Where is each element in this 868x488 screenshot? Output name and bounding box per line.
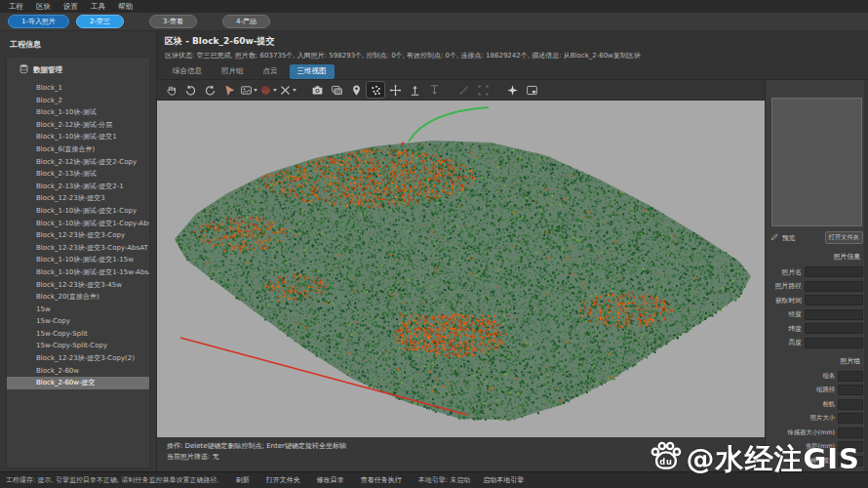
field-label: 组路径 <box>770 386 835 394</box>
field-row: 经度 <box>770 309 863 320</box>
block-item[interactable]: Block_1-10块-测试-提交1-15w-AbsAT <box>7 266 149 279</box>
block-item[interactable]: 15w <box>7 304 149 316</box>
workflow-step-button[interactable]: 4-产品 <box>222 15 270 28</box>
field-input[interactable] <box>805 309 863 320</box>
point-cloud-icon[interactable] <box>367 82 384 98</box>
tab[interactable]: 综合信息 <box>165 64 210 79</box>
block-header: 区块 - Block_2-60w-提交 区块状态: 空三已完成, 照片数: 60… <box>157 31 868 80</box>
block-title: 区块 - Block_2-60w-提交 <box>165 35 860 48</box>
tab[interactable]: 照片组 <box>214 64 252 79</box>
photo-info-fields: 照片名 照片路径 获取时间 <box>770 266 863 348</box>
block-item[interactable]: Block_2-60w-提交 <box>7 377 149 389</box>
snapshot-icon[interactable] <box>523 82 540 98</box>
workflow-step-bar: 1-导入照片2-空三3-查看4-产品 <box>0 13 868 31</box>
block-item[interactable]: Block_1-10块-测试-提交1-15w <box>7 254 149 266</box>
field-label: 照片路径 <box>770 281 802 291</box>
field-input[interactable] <box>838 371 863 382</box>
watermark: du @水经注GIS <box>650 440 860 479</box>
tab[interactable]: 三维视图 <box>290 64 335 79</box>
status-actions: 刷新打开文件夹修改目录查看任务执行 <box>236 475 402 485</box>
field-label: 传感器大小(mm) <box>770 428 835 437</box>
field-input[interactable] <box>838 399 863 410</box>
block-item[interactable]: Block_6(直接合并) <box>7 143 149 156</box>
paw-logo-icon: du <box>650 440 682 479</box>
open-folder-button[interactable]: 打开文件夹 <box>825 231 863 244</box>
block-item[interactable]: Block_1-10块-测试-提交1-Copy-AbsAT <box>7 218 149 230</box>
start-engine-button[interactable]: 启动本地引擎 <box>483 475 524 485</box>
block-item[interactable]: Block_2-60w <box>7 365 149 378</box>
block-item[interactable]: Block_12-23块-提交3-Copy-AbsAT <box>7 242 149 255</box>
field-input[interactable] <box>805 295 863 305</box>
block-item[interactable]: Block_1 <box>7 82 149 95</box>
field-row: 纬度 <box>770 323 863 334</box>
block-content: 区块 - Block_2-60w-提交 区块状态: 空三已完成, 照片数: 60… <box>157 31 868 471</box>
rotate-cw-icon[interactable] <box>201 82 218 98</box>
camera-icon[interactable] <box>308 82 326 98</box>
field-input[interactable] <box>838 413 863 424</box>
block-item[interactable]: Block_2-13块-测试-提交2-1 <box>7 181 149 193</box>
photo-preview <box>771 98 862 226</box>
field-input[interactable] <box>805 281 863 292</box>
block-item[interactable]: Block_12-23块-提交3-45w <box>7 279 149 292</box>
menu-item[interactable]: 帮助 <box>118 2 133 12</box>
block-item[interactable]: Block_2 <box>7 95 149 107</box>
field-input[interactable] <box>838 427 863 438</box>
photo-overlay-icon[interactable] <box>328 82 345 98</box>
workflow-step-button[interactable]: 2-空三 <box>76 15 124 28</box>
panel-scrollbar[interactable] <box>864 80 868 471</box>
menu-item[interactable]: 区块 <box>36 2 51 12</box>
measure-distance-icon[interactable] <box>454 82 472 98</box>
watermark-text: @水经注GIS <box>687 440 860 479</box>
menu-item[interactable]: 设置 <box>63 2 78 12</box>
status-action-link[interactable]: 打开文件夹 <box>266 475 300 485</box>
selection-box-icon[interactable] <box>474 82 492 98</box>
field-label: 经度 <box>770 309 802 319</box>
block-item[interactable]: 15w-Copy-Split <box>7 328 149 341</box>
optimize-icon[interactable] <box>503 82 521 98</box>
tree-root-data-management[interactable]: 数据管理 <box>7 58 149 82</box>
block-item[interactable]: Block_12-23块-提交3-Copy <box>7 229 149 242</box>
block-item[interactable]: Block_1-10块-测试 <box>7 106 149 119</box>
field-input[interactable] <box>805 323 863 334</box>
location-pin-icon[interactable] <box>347 82 365 98</box>
photo-info-title: 照片信息 <box>773 252 860 262</box>
status-action-link[interactable]: 刷新 <box>236 475 250 485</box>
move-icon[interactable] <box>386 82 404 98</box>
block-item[interactable]: Block_12-23块-提交3 <box>7 192 149 205</box>
block-item[interactable]: Block_2-13块-测试 <box>7 168 149 181</box>
app-window: 工程区块设置工具帮助 1-导入照片2-空三3-查看4-产品 工程信息 数据管理 … <box>0 0 868 488</box>
field-input[interactable] <box>838 385 863 395</box>
fly-cursor-icon[interactable] <box>220 82 238 98</box>
data-tree: 数据管理 Block_1Block_2Block_1-10块-测试Block_2… <box>6 57 150 468</box>
menu-item[interactable]: 工具 <box>91 2 105 12</box>
tab[interactable]: 点云 <box>256 64 286 79</box>
drop-icon[interactable] <box>425 82 443 98</box>
field-input[interactable] <box>805 266 863 277</box>
tools-icon[interactable] <box>279 82 296 98</box>
block-item[interactable]: 15w-Copy-Split-Copy <box>7 340 149 352</box>
workflow-step-button[interactable]: 3-查看 <box>149 15 197 28</box>
preview-label: 预览 <box>782 233 796 243</box>
engine-status: 本地引擎: 未启动 <box>418 475 471 485</box>
block-item[interactable]: Block_12-23块-提交3-Copy(2) <box>7 352 149 365</box>
elevation-icon[interactable] <box>406 82 423 98</box>
status-action-link[interactable]: 查看任务执行 <box>361 475 402 485</box>
image-mode-icon[interactable] <box>240 82 257 98</box>
block-item[interactable]: Block_1-10块-测试-提交1-Copy <box>7 205 149 218</box>
3d-viewport[interactable] <box>157 101 765 437</box>
status-action-link[interactable]: 修改目录 <box>317 475 344 485</box>
block-item[interactable]: Block_2-12块-测试-分层 <box>7 119 149 132</box>
block-item[interactable]: Block_20(直接合并) <box>7 291 149 304</box>
block-list: Block_1Block_2Block_1-10块-测试Block_2-12块-… <box>7 82 149 389</box>
block-item[interactable]: 15w-Copy <box>7 315 149 328</box>
sphere-mode-icon[interactable] <box>259 82 277 98</box>
block-item[interactable]: Block_2-12块-测试-提交2-Copy <box>7 156 149 169</box>
field-label: 照片名 <box>770 267 802 277</box>
workflow-step-button[interactable]: 1-导入照片 <box>8 15 69 28</box>
menu-item[interactable]: 工程 <box>9 2 23 12</box>
block-item[interactable]: Block_1-10块-测试-提交1 <box>7 131 149 143</box>
field-input[interactable] <box>805 338 863 348</box>
rotate-ccw-icon[interactable] <box>181 82 199 98</box>
pan-hand-icon[interactable] <box>162 82 179 98</box>
tree-root-label: 数据管理 <box>33 65 62 75</box>
